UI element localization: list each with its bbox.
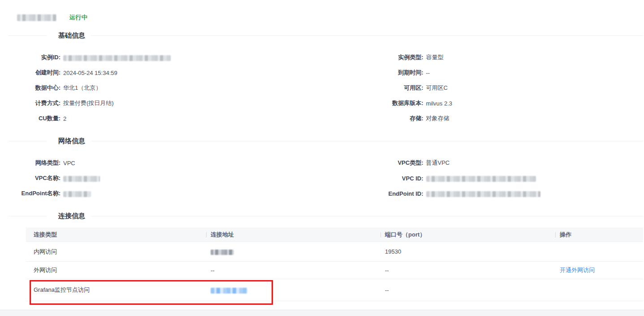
section-divider-connection: 连接信息 — [8, 212, 643, 220]
info-label: 实例类型: — [326, 53, 424, 61]
redacted-blur — [426, 176, 536, 182]
divider-line — [91, 141, 643, 141]
status-badge: 运行中 — [69, 13, 88, 22]
divider-line — [8, 141, 47, 141]
grafana-address-link-redacted[interactable] — [211, 288, 247, 294]
external-action-cell: 开通外网访问 — [552, 266, 643, 274]
info-row-db-version: 数据库版本: milvus 2.3 — [326, 100, 644, 107]
internal-port-cell: 19530 — [377, 248, 552, 255]
instance-id-value-redacted — [63, 54, 171, 61]
storage-value: 对象存储 — [426, 114, 450, 123]
info-label: 数据中心: — [8, 84, 61, 92]
divider-line — [91, 216, 643, 216]
basic-info-section: 实例ID: 创建时间: 2024-05-24 15:34:59 数据中心: 华北… — [8, 54, 643, 130]
info-row-cu-count: CU数量: 2 — [8, 115, 326, 122]
col-header-connection-type: 连接类型 — [26, 231, 203, 239]
info-label: 到期时间: — [326, 69, 424, 77]
info-label: 数据库版本: — [326, 99, 424, 107]
col-header-actions: 操作 — [552, 231, 643, 239]
info-row-instance-id: 实例ID: — [8, 54, 326, 61]
network-type-value: VPC — [63, 160, 75, 167]
info-row-endpoint-name: EndPoint名称: — [8, 190, 326, 197]
info-row-storage: 存储: 对象存储 — [326, 115, 644, 122]
footer-band — [0, 310, 644, 316]
info-row-endpoint-id: EndPoint ID: — [326, 190, 644, 197]
info-label: 网络类型: — [8, 159, 61, 167]
info-row-vpc-id: VPC ID: — [326, 175, 644, 182]
info-label: CU数量: — [8, 114, 61, 123]
vpc-name-value-redacted — [63, 175, 100, 181]
table-row-external-access: 外网访问 -- -- 开通外网访问 — [26, 262, 643, 279]
info-row-created-time: 创建时间: 2024-05-24 15:34:59 — [8, 69, 326, 76]
endpoint-id-value-redacted — [426, 190, 540, 197]
cu-count-value: 2 — [63, 115, 66, 122]
info-label: VPC名称: — [8, 174, 61, 182]
col-header-connection-address: 连接地址 — [203, 231, 377, 239]
info-row-vpc-type: VPC类型: 普通VPC — [326, 159, 644, 167]
network-info-section: 网络类型: VPC VPC名称: EndPoint名称: VPC类型: 普通VP… — [8, 159, 643, 205]
grafana-port-cell: -- — [377, 287, 552, 294]
vpc-type-value: 普通VPC — [426, 159, 450, 167]
internal-address-cell-redacted — [203, 248, 377, 255]
divider-line — [8, 35, 47, 36]
instance-detail-page: 运行中 基础信息 实例ID: 创建时间: 2024-05-24 15:34:59… — [0, 0, 644, 316]
table-row-internal-access: 内网访问 19530 — [26, 242, 643, 262]
info-label: VPC ID: — [326, 175, 424, 182]
vpc-id-value-redacted — [426, 175, 536, 181]
redacted-blur — [63, 191, 91, 197]
section-title-network: 网络信息 — [58, 137, 85, 145]
info-row-availability-zone: 可用区: 可用区C — [326, 84, 644, 92]
datacenter-value: 华北1（北京） — [63, 84, 101, 92]
redacted-blur — [426, 191, 540, 197]
info-row-expire-time: 到期时间: -- — [326, 69, 644, 76]
redacted-blur — [63, 55, 171, 61]
connection-type-cell: 内网访问 — [26, 248, 203, 256]
col-header-port: 端口号（port） — [377, 231, 552, 239]
endpoint-name-value-redacted — [63, 190, 91, 197]
info-row-billing: 计费方式: 按量付费(按日月结) — [8, 100, 326, 107]
section-divider-network: 网络信息 — [8, 137, 643, 145]
info-label: 实例ID: — [8, 53, 61, 61]
info-label: 创建时间: — [8, 69, 61, 77]
divider-line — [8, 216, 47, 216]
section-title-connection: 连接信息 — [58, 212, 85, 220]
divider-line — [91, 35, 643, 36]
info-label: 可用区: — [326, 84, 424, 92]
connection-type-cell: Grafana监控节点访问 — [26, 286, 203, 294]
connection-table: 连接类型 连接地址 端口号（port） 操作 内网访问 19530 外网访问 -… — [26, 228, 643, 301]
created-time-value: 2024-05-24 15:34:59 — [63, 70, 117, 76]
info-label: 存储: — [326, 114, 424, 123]
redacted-blur — [63, 176, 100, 182]
info-row-network-type: 网络类型: VPC — [8, 159, 326, 167]
info-label: EndPoint ID: — [326, 190, 424, 197]
info-label: EndPoint名称: — [8, 189, 61, 198]
info-label: VPC类型: — [326, 159, 424, 167]
info-row-instance-type: 实例类型: 容量型 — [326, 54, 644, 61]
section-divider-basic: 基础信息 — [8, 31, 643, 40]
instance-type-value: 容量型 — [426, 53, 444, 61]
instance-name-redacted — [17, 14, 56, 21]
connection-type-cell: 外网访问 — [26, 266, 203, 274]
billing-value: 按量付费(按日月结) — [63, 99, 114, 107]
info-row-datacenter: 数据中心: 华北1（北京） — [8, 84, 326, 92]
external-address-cell: -- — [203, 267, 377, 274]
redacted-blur — [211, 250, 234, 255]
section-title-basic: 基础信息 — [58, 31, 85, 40]
availability-zone-value: 可用区C — [426, 84, 448, 92]
page-header: 运行中 — [8, 13, 643, 22]
grafana-address-cell — [203, 286, 377, 293]
db-version-value: milvus 2.3 — [426, 100, 453, 107]
table-row-grafana-access: Grafana监控节点访问 -- — [26, 279, 643, 301]
enable-public-access-link[interactable]: 开通外网访问 — [560, 267, 595, 273]
table-header-row: 连接类型 连接地址 端口号（port） 操作 — [26, 228, 643, 242]
expire-time-value: -- — [426, 70, 430, 76]
info-row-vpc-name: VPC名称: — [8, 175, 326, 182]
external-port-cell: -- — [377, 267, 552, 274]
info-label: 计费方式: — [8, 99, 61, 107]
